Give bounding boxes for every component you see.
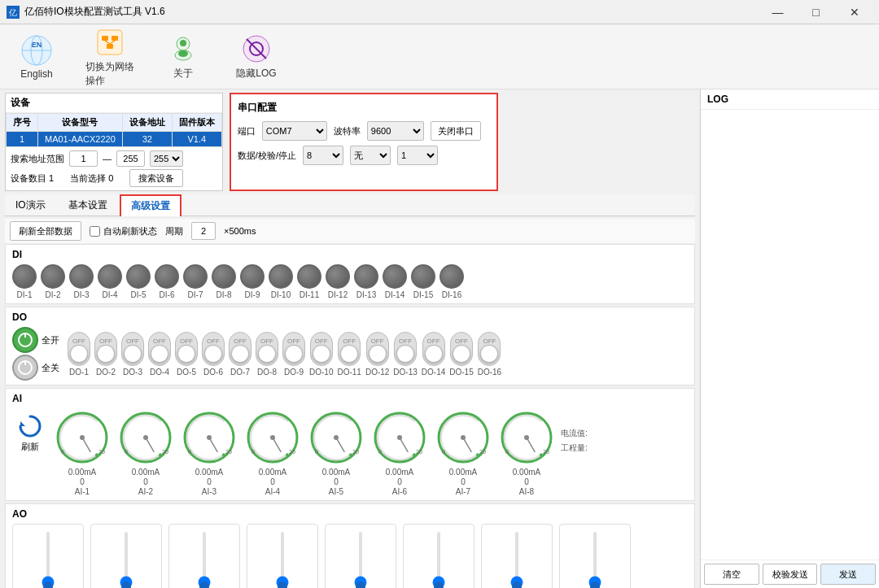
svg-line-57 [463, 438, 471, 451]
refresh-all-button[interactable]: 刷新全部数据 [10, 221, 81, 241]
auto-refresh-checkbox[interactable] [90, 226, 100, 237]
ao-title: AO [12, 508, 688, 520]
ao-knob [121, 581, 131, 588]
hide-log-toolbar-item[interactable]: 隐藏LOG [228, 28, 285, 85]
di-label-4: DI-4 [103, 290, 118, 299]
do-toggle-16[interactable]: OFF [478, 332, 501, 366]
period-input[interactable] [191, 222, 216, 240]
do-toggle-11[interactable]: OFF [338, 332, 361, 366]
search-range-row: 搜索地址范围 — 255 [11, 150, 217, 167]
list-item: OFF DO-16 [478, 332, 501, 377]
list-item: AO-4 [247, 524, 318, 588]
close-port-button[interactable]: 关闭串口 [431, 121, 481, 141]
do-toggle-14[interactable]: OFF [422, 332, 445, 366]
search-range-end[interactable] [116, 150, 145, 167]
tab-advanced-settings[interactable]: 高级设置 [120, 194, 181, 216]
parity-select[interactable]: 无 奇 偶 [350, 146, 391, 165]
do-toggle-2[interactable]: OFF [94, 332, 117, 366]
di-label-16: DI-16 [442, 290, 461, 299]
do-toggle-9[interactable]: OFF [282, 332, 305, 366]
list-item: OFF DO-2 [94, 332, 117, 377]
ao-slider-7[interactable] [515, 532, 518, 588]
do-toggle-1[interactable]: OFF [68, 332, 90, 366]
tab-basic-settings[interactable]: 基本设置 [58, 194, 118, 216]
network-toolbar-item[interactable]: 切换为网络操作 [81, 22, 138, 92]
svg-point-48 [334, 435, 339, 440]
svg-point-28 [80, 435, 85, 440]
log-verify-send-button[interactable]: 校验发送 [763, 564, 818, 585]
maximize-button[interactable]: □ [798, 0, 834, 24]
do-label-14: DO-14 [422, 368, 445, 377]
svg-text:20: 20 [289, 449, 295, 455]
di-indicator-13 [354, 264, 378, 289]
ao-slider-4[interactable] [281, 532, 284, 588]
device-count-label: 设备数目 1 [11, 172, 54, 185]
svg-text:20: 20 [479, 449, 486, 455]
titlebar-left: 亿 亿佰特IO模块配置测试工具 V1.6 [7, 5, 165, 19]
search-range-start[interactable] [69, 150, 98, 167]
do-toggle-13[interactable]: OFF [394, 332, 417, 366]
english-toolbar-item[interactable]: EN English [8, 30, 65, 84]
svg-point-63 [524, 435, 529, 440]
di-indicator-10 [269, 264, 293, 289]
list-item: AO-6 [403, 524, 474, 588]
list-item: OFF DO-12 [365, 332, 389, 377]
do-toggle-10[interactable]: OFF [310, 332, 333, 366]
do-toggle-7[interactable]: OFF [229, 332, 251, 366]
svg-rect-9 [107, 44, 113, 49]
do-label-16: DO-16 [478, 368, 501, 377]
table-row[interactable]: 1 MA01-AACX2220 32 V1.4 [7, 132, 222, 147]
svg-point-33 [143, 435, 148, 440]
do-section: DO 全开 [5, 307, 695, 385]
ao-slider-6[interactable] [437, 532, 440, 588]
ai-engineering-value: 0 [207, 477, 212, 486]
log-clear-button[interactable]: 清空 [704, 564, 759, 585]
ai-current-value: 0.00mA [68, 468, 96, 477]
do-toggle-4[interactable]: OFF [148, 332, 171, 366]
port-select[interactable]: COM7 COM1 COM2 [262, 121, 327, 141]
ai-channel-label: AI-1 [75, 487, 90, 496]
list-item: 0 20 0.00mA 0 AI-8 [497, 408, 556, 496]
do-all-controls: 全开 全关 [12, 327, 59, 381]
ai-section: AI 刷新 0 20 0.00mA 0 AI-1 [5, 388, 695, 501]
svg-marker-23 [20, 421, 25, 426]
auto-refresh-label: 自动刷新状态 [103, 225, 157, 237]
list-item: DI-12 [326, 264, 350, 299]
do-toggles: OFF DO-1 OFF DO-2 [68, 332, 501, 377]
do-toggle-15[interactable]: OFF [450, 332, 473, 366]
ao-slider-3[interactable] [203, 532, 206, 588]
do-all-on-button[interactable] [12, 327, 38, 353]
di-label-13: DI-13 [356, 290, 376, 299]
close-button[interactable]: ✕ [836, 0, 872, 24]
col-address: 设备地址 [122, 114, 172, 132]
ao-slider-8[interactable] [593, 532, 597, 588]
log-send-button[interactable]: 发送 [820, 564, 876, 585]
stop-bits-select[interactable]: 1 2 [397, 146, 438, 165]
do-toggle-12[interactable]: OFF [366, 332, 389, 366]
ao-knob [434, 581, 444, 588]
minimize-button[interactable]: — [759, 0, 796, 24]
di-indicator-14 [383, 264, 407, 289]
tab-io-demo[interactable]: IO演示 [5, 194, 56, 216]
ao-slider-2[interactable] [125, 532, 128, 588]
data-bits-select[interactable]: 8 7 [303, 146, 343, 165]
ao-slider-1[interactable] [46, 532, 50, 588]
svg-line-47 [336, 438, 344, 451]
list-item: DI-2 [41, 264, 65, 299]
do-toggle-6[interactable]: OFF [202, 332, 225, 366]
di-indicator-11 [297, 264, 321, 289]
do-toggle-5[interactable]: OFF [175, 332, 198, 366]
do-toggle-8[interactable]: OFF [256, 332, 278, 366]
do-items-row: 全开 全关 [12, 327, 688, 381]
search-range-select[interactable]: 255 [150, 150, 183, 167]
about-toolbar-item[interactable]: 关于 [155, 28, 212, 85]
english-label: English [20, 68, 52, 80]
baud-select[interactable]: 9600 115200 57600 [367, 121, 424, 141]
left-panel: 设备 序号 设备型号 设备地址 固件版本 1 MA01-AACX222 [0, 89, 700, 588]
search-device-button[interactable]: 搜索设备 [129, 169, 183, 187]
ai-refresh-button[interactable]: 刷新 [12, 408, 48, 456]
do-toggle-3[interactable]: OFF [121, 332, 144, 366]
do-all-off-button[interactable] [12, 355, 38, 381]
log-footer: 清空 校验发送 发送 [701, 560, 879, 588]
ao-slider-5[interactable] [359, 532, 362, 588]
